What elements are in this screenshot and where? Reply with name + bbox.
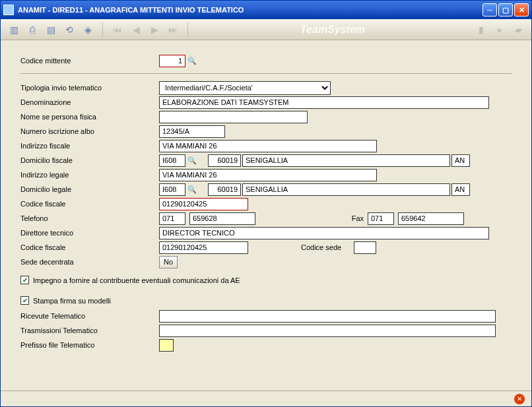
ind-fiscale-input[interactable] (159, 140, 377, 152)
direttore-input[interactable] (159, 227, 489, 239)
telefono-num[interactable] (189, 212, 255, 225)
ind-legale-input[interactable] (159, 169, 377, 181)
maximize-button[interactable]: ▢ (498, 3, 513, 16)
dom-fiscale-prov[interactable] (451, 154, 470, 167)
trasmissioni-input[interactable] (159, 325, 496, 337)
print-icon[interactable]: ⎙ (26, 23, 39, 36)
nav-last-icon[interactable]: ⏭ (166, 23, 180, 36)
nav-next-icon[interactable]: ▶ (148, 23, 161, 36)
lookup-icon[interactable]: 🔍 (187, 55, 197, 66)
dom-legale-cap[interactable] (208, 183, 241, 196)
fax-num[interactable] (398, 212, 464, 225)
codice-mittente-input[interactable] (159, 55, 185, 67)
dom-fiscale-cap[interactable] (208, 154, 241, 167)
cf-input[interactable] (159, 198, 248, 210)
cf-label: Codice fiscale (20, 200, 159, 208)
form-panel: Codice mittente 🔍 Tipologia invio telema… (1, 40, 531, 391)
sede-dec-button[interactable]: No (159, 256, 178, 268)
direttore-label: Direttore tecnico (20, 229, 159, 237)
denominazione-input[interactable] (159, 96, 489, 109)
dom-legale-citta[interactable] (242, 183, 450, 196)
codice-mittente-label: Codice mittente (20, 57, 159, 65)
sede-dec-label: Sede decentrata (20, 258, 159, 266)
fax-label: Fax (348, 214, 368, 222)
cf2-label: Codice fiscale (20, 243, 159, 251)
dom-fiscale-cod[interactable] (159, 154, 185, 167)
trasmissioni-label: Trasmissioni Telematico (20, 327, 159, 334)
ind-legale-label: Indirizzo legale (20, 171, 159, 179)
toolbar: ▥ ⎙ ▤ ⟲ ◈ ⏮ ◀ ▶ ⏭ TeamSystem ▮ ▸ ▰ (1, 19, 531, 40)
ricevute-label: Ricevute Telematico (20, 312, 159, 320)
folder-icon[interactable]: ▤ (44, 23, 57, 36)
num-iscr-input[interactable] (159, 125, 225, 138)
dom-fiscale-label: Domicilio fiscale (20, 156, 159, 164)
fax-pref[interactable] (368, 212, 394, 225)
tipologia-label: Tipologia invio telematico (20, 84, 159, 92)
title-bar: ANAMIT - DIRED11 - ANAGRAFICA MITTENTI I… (1, 1, 531, 19)
action2-icon[interactable]: ▸ (493, 23, 506, 36)
prefisso-input[interactable] (159, 339, 174, 352)
denominazione-label: Denominazione (20, 98, 159, 106)
dom-legale-prov[interactable] (451, 183, 470, 196)
new-doc-icon[interactable]: ▥ (7, 23, 20, 36)
lookup-icon[interactable]: 🔍 (187, 184, 197, 195)
num-iscr-label: Numero iscrizione albo (20, 127, 159, 135)
close-button[interactable]: ✕ (514, 3, 529, 16)
impegno-checkbox[interactable]: ✔ (20, 276, 29, 284)
brand-logo: TeamSystem (196, 24, 469, 36)
cf2-input[interactable] (159, 241, 248, 254)
nav-first-icon[interactable]: ⏮ (111, 23, 124, 36)
minimize-button[interactable]: ─ (482, 3, 497, 16)
status-close-icon[interactable]: ✕ (514, 394, 525, 404)
action1-icon[interactable]: ▮ (475, 23, 488, 36)
ind-fiscale-label: Indirizzo fiscale (20, 142, 159, 150)
nav-prev-icon[interactable]: ◀ (129, 23, 143, 36)
app-icon (3, 5, 14, 15)
codice-sede-input[interactable] (354, 241, 376, 254)
dom-legale-cod[interactable] (159, 183, 185, 196)
lookup-icon[interactable]: 🔍 (187, 155, 197, 166)
nome-pf-label: Nome se persona fisica (20, 113, 159, 121)
window-title: ANAMIT - DIRED11 - ANAGRAFICA MITTENTI I… (18, 6, 482, 14)
prefisso-label: Prefisso file Telematico (20, 341, 159, 349)
status-bar: ✕ (1, 391, 531, 406)
tipologia-select[interactable]: Intermediari/C.A.F./Societa' (159, 81, 331, 95)
stampa-firma-label: Stampa firma su modelli (33, 297, 111, 305)
telefono-pref[interactable] (159, 212, 185, 225)
codice-sede-label: Codice sede (301, 243, 354, 251)
stampa-firma-checkbox[interactable]: ✔ (20, 296, 29, 305)
telefono-label: Telefono (20, 214, 159, 222)
export-icon[interactable]: ◈ (81, 23, 94, 36)
ricevute-input[interactable] (159, 310, 496, 323)
action3-icon[interactable]: ▰ (512, 23, 525, 36)
dom-legale-label: Domicilio legale (20, 185, 159, 193)
refresh-icon[interactable]: ⟲ (63, 23, 76, 36)
nome-pf-input[interactable] (159, 111, 308, 123)
impegno-label: Impegno a fornire al contribuente eventu… (33, 276, 240, 284)
dom-fiscale-citta[interactable] (242, 154, 450, 167)
